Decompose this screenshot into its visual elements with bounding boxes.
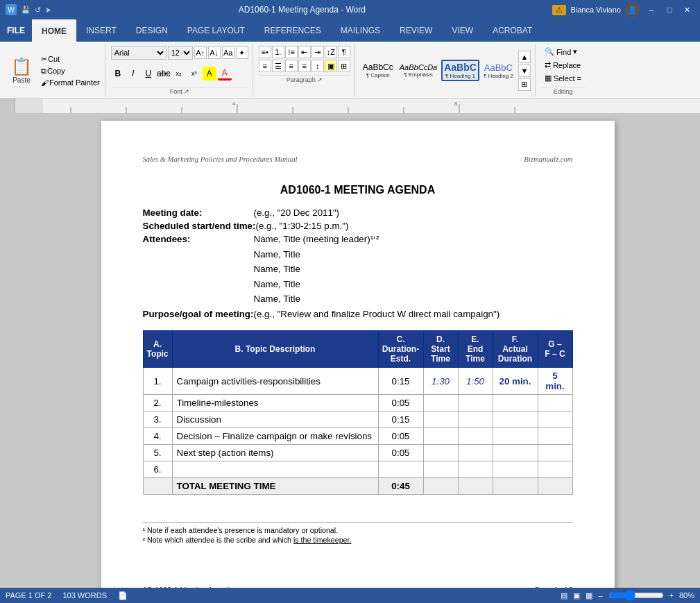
tab-view[interactable]: VIEW: [442, 19, 483, 42]
paragraph-group-expander[interactable]: ↗: [317, 76, 323, 83]
tab-design[interactable]: DESIGN: [126, 19, 178, 42]
grow-font-button[interactable]: A↑: [194, 46, 207, 59]
document-area[interactable]: Sales & Marketing Policies and Procedure…: [15, 114, 700, 603]
row5-actual: [493, 445, 538, 461]
find-arrow: ▾: [573, 47, 577, 56]
replace-button[interactable]: ⇄ Replace: [541, 59, 585, 71]
header-d: D.StartTime: [423, 331, 458, 368]
footnote-1: ¹ Note if each attendee's presence is ma…: [143, 526, 573, 534]
maximize-btn[interactable]: □: [663, 3, 676, 16]
bullets-button[interactable]: ≡•: [259, 46, 271, 58]
zoom-slider[interactable]: [608, 590, 664, 601]
row2-desc: Timeline-milestones: [172, 395, 378, 411]
scheduled-time-value: (e.g., "1:30-2:15 p.m."): [255, 221, 348, 231]
font-group: Arial 12 A↑ A↓ Aa ✦ B I U abc x₂ x² A A …: [107, 44, 253, 96]
tab-home[interactable]: HOME: [32, 19, 76, 42]
close-btn[interactable]: ✕: [681, 3, 694, 16]
tab-references[interactable]: REFERENCES: [255, 19, 331, 42]
minimize-btn[interactable]: –: [644, 3, 658, 16]
header-e: E.EndTime: [458, 331, 493, 368]
cut-icon: ✂: [41, 55, 47, 64]
line-spacing-button[interactable]: ↕: [311, 60, 324, 72]
emphasis-label: ¶ Emphasis: [404, 71, 433, 78]
underline-button[interactable]: U: [142, 67, 155, 80]
total-d: [423, 478, 458, 495]
cut-label: Cut: [48, 55, 60, 63]
row3-gfc: [538, 411, 572, 428]
bold-button[interactable]: B: [111, 67, 125, 80]
borders-button[interactable]: ⊞: [338, 60, 350, 72]
row3-duration: 0:15: [378, 411, 423, 428]
svg-text:4: 4: [232, 101, 236, 107]
ruler-area: 4 8: [0, 99, 700, 114]
style-caption[interactable]: AaBbCc ¶ Caption: [361, 61, 395, 80]
show-para-button[interactable]: ¶: [338, 46, 350, 58]
styles-scroll-up[interactable]: ▲: [518, 51, 531, 63]
tab-review[interactable]: REVIEW: [390, 19, 442, 42]
row1-desc: Campaign activities-responsibilities: [172, 368, 378, 395]
align-right-button[interactable]: ≡: [285, 60, 298, 72]
find-button[interactable]: 🔍 Find ▾: [541, 46, 585, 58]
format-painter-button[interactable]: 🖌 Format Painter: [39, 78, 102, 87]
font-size-select[interactable]: 12: [168, 46, 193, 60]
paste-button[interactable]: 📋 Paste: [6, 46, 37, 95]
alert-icon: ⚠: [552, 5, 566, 15]
paragraph-group-label: Paragraph ↗: [259, 75, 350, 83]
row4-desc: Decision – Finalize campaign or make rev…: [172, 428, 378, 445]
superscript-button[interactable]: x²: [187, 67, 201, 80]
styles-scroll-down[interactable]: ▼: [518, 65, 531, 77]
tab-acrobat[interactable]: ACROBAT: [483, 19, 542, 42]
clear-format-button[interactable]: ✦: [236, 46, 248, 59]
change-case-button[interactable]: Aa: [222, 46, 234, 59]
find-icon: 🔍: [545, 47, 554, 56]
horizontal-ruler: 4 8: [15, 99, 700, 114]
align-left-button[interactable]: ≡: [259, 60, 271, 72]
decrease-indent-button[interactable]: ⇤: [298, 46, 311, 58]
style-emphasis[interactable]: AaBbCcDa ¶ Emphasis: [398, 62, 439, 79]
row3-desc: Discussion: [172, 411, 378, 428]
tab-file[interactable]: FILE: [0, 19, 32, 42]
sort-button[interactable]: ↕Z: [325, 46, 337, 58]
doc-header-right: Bizmanualz.com: [524, 155, 572, 163]
styles-expand[interactable]: ⊞: [518, 78, 531, 91]
strikethrough-button[interactable]: abc: [157, 67, 171, 80]
caption-sample: AaBbCc: [363, 62, 393, 72]
subscript-button[interactable]: x₂: [172, 67, 186, 80]
style-heading2[interactable]: AaBbC ¶ Heading 2: [481, 61, 515, 80]
numbering-button[interactable]: 1.: [272, 46, 284, 58]
italic-button[interactable]: I: [126, 67, 140, 80]
layout-read[interactable]: ▦: [586, 591, 592, 600]
cut-button[interactable]: ✂ Cut: [39, 54, 102, 65]
meeting-info: Meeting date: (e.g., "20 Dec 2011") Sche…: [143, 207, 573, 319]
select-button[interactable]: ▦ Select =: [541, 72, 585, 84]
copy-button[interactable]: ⧉ Copy: [39, 66, 102, 76]
increase-indent-button[interactable]: ⇥: [311, 46, 324, 58]
justify-button[interactable]: ≡: [298, 60, 311, 72]
status-bar: PAGE 1 OF 2 103 WORDS 📄 ▤ ▣ ▦ – + 80%: [0, 588, 700, 603]
zoom-in-button[interactable]: +: [669, 591, 674, 600]
para-row-2: ≡ ☰ ≡ ≡ ↕ ▣ ⊞: [259, 60, 350, 72]
timekeeper-link[interactable]: is the timekeeper.: [293, 536, 352, 544]
shrink-font-button[interactable]: A↓: [208, 46, 221, 59]
tab-insert[interactable]: INSERT: [76, 19, 126, 42]
total-empty-num: [143, 478, 172, 495]
tab-mailings[interactable]: MAILINGS: [331, 19, 390, 42]
layout-print[interactable]: ▤: [561, 591, 567, 600]
row4-num: 4.: [143, 428, 172, 445]
shading-button[interactable]: ▣: [325, 60, 337, 72]
align-center-button[interactable]: ☰: [272, 60, 284, 72]
layout-web[interactable]: ▣: [573, 591, 580, 600]
page-info: PAGE 1 OF 2: [6, 591, 51, 600]
font-color-button[interactable]: A: [218, 67, 232, 80]
tab-page-layout[interactable]: PAGE LAYOUT: [178, 19, 255, 42]
font-name-select[interactable]: Arial: [111, 46, 167, 60]
style-heading1[interactable]: AaBbC ¶ Heading 1: [441, 60, 479, 81]
multilevel-button[interactable]: ⁞≡: [285, 46, 298, 58]
row3-end: [458, 411, 493, 428]
text-highlight-button[interactable]: A: [203, 67, 216, 80]
row5-desc: Next step (action items): [172, 445, 378, 461]
font-group-expander[interactable]: ↗: [184, 88, 189, 95]
title-bar-right: ⚠ Bianca Viviano 👤 – □ ✕: [552, 2, 694, 17]
svg-text:8: 8: [454, 101, 458, 107]
zoom-out-button[interactable]: –: [598, 591, 602, 600]
